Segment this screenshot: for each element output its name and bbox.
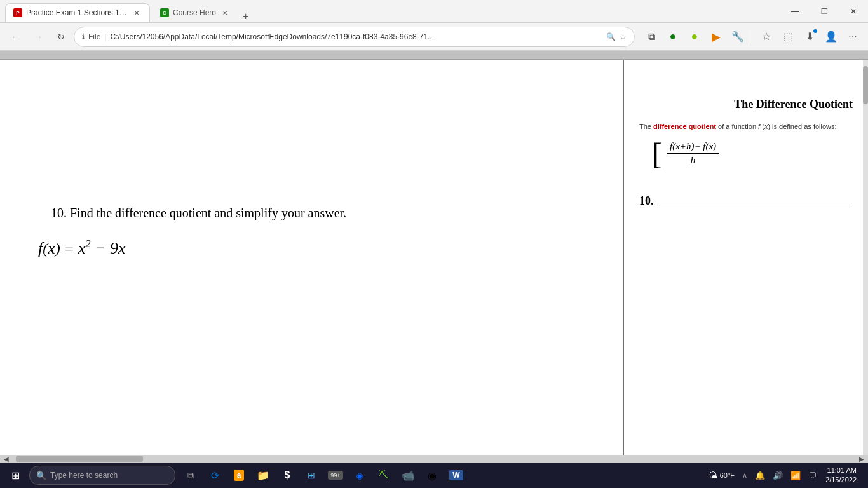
window-controls: — ❐ ✕ — [780, 0, 868, 23]
right-scrollbar[interactable] — [863, 60, 868, 463]
task-view-button[interactable]: ⧉ — [179, 464, 202, 487]
toolbar-extensions-1[interactable]: ● — [663, 27, 683, 47]
scrollbar-thumb — [863, 66, 868, 104]
maximize-button[interactable]: ❐ — [810, 0, 839, 23]
tab-pdf[interactable]: P Practice Exam 1 Sections 1.4-1.9 ✕ — [5, 3, 150, 22]
address-box[interactable]: ℹ File | C:/Users/12056/AppData/Local/Te… — [74, 27, 635, 47]
notification-icon[interactable]: 🔔 — [752, 470, 768, 482]
fraction-numerator: f(x+h)− f(x) — [667, 141, 719, 154]
highlight-text: difference quotient — [653, 123, 716, 130]
toolbar-collections2[interactable]: ⬚ — [778, 27, 798, 47]
clock-date: 2/15/2022 — [825, 475, 857, 485]
weather-text: 60°F — [720, 471, 735, 479]
toolbar-extensions-4[interactable]: 🔧 — [728, 27, 748, 47]
title-bar: P Practice Exam 1 Sections 1.4-1.9 ✕ C C… — [0, 0, 868, 23]
pdf-toolbar-strip — [0, 51, 868, 60]
pdf-page-right: The Difference Quotient The difference q… — [624, 60, 868, 463]
chrome-button[interactable]: ◉ — [421, 464, 444, 487]
teams-button[interactable]: 📹 — [397, 464, 419, 487]
tab-pdf-close[interactable]: ✕ — [132, 8, 142, 18]
toolbar-more[interactable]: ··· — [843, 27, 863, 47]
tab-ch-label: Course Hero — [173, 8, 216, 17]
ch-favicon: C — [160, 8, 169, 17]
refresh-button[interactable]: ↻ — [51, 27, 71, 47]
minecraft-button[interactable]: ⛏ — [372, 464, 395, 487]
pdf-favicon: P — [13, 8, 22, 17]
dropbox-button[interactable]: ◈ — [348, 464, 371, 487]
systray: 🌤 60°F ∧ 🔔 🔊 📶 🗨 11:01 AM 2/15/2022 — [701, 464, 865, 487]
action-center-icon[interactable]: 🗨 — [806, 470, 819, 482]
minimize-button[interactable]: — — [780, 0, 810, 23]
close-button[interactable]: ✕ — [839, 0, 868, 23]
clock-time: 11:01 AM — [825, 466, 857, 475]
clock[interactable]: 11:01 AM 2/15/2022 — [822, 464, 860, 487]
formula-display: [ f(x+h)− f(x) h — [652, 141, 853, 169]
question-text: 10. Find the difference quotient and sim… — [0, 206, 623, 220]
toolbar-collections[interactable]: ⧉ — [641, 27, 661, 47]
tab-bar: P Practice Exam 1 Sections 1.4-1.9 ✕ C C… — [0, 0, 780, 22]
sidebar-title: The Difference Quotient — [639, 98, 853, 111]
toolbar-extensions-2[interactable]: ● — [684, 27, 705, 47]
weather-indicator[interactable]: 🌤 60°F — [706, 469, 737, 482]
forward-button[interactable]: → — [28, 27, 48, 47]
search-placeholder: Type here to search — [50, 471, 118, 480]
tab-ch-close[interactable]: ✕ — [220, 8, 230, 18]
badge-app-button[interactable]: 99+ — [324, 464, 347, 487]
toolbar-icons: ⧉ ● ● ▶ 🔧 ☆ ⬚ ⬇ 👤 ··· — [641, 27, 863, 47]
tray-up-arrow[interactable]: ∧ — [740, 470, 750, 481]
toolbar-download[interactable]: ⬇ — [799, 27, 820, 47]
tab-coursehero[interactable]: C Course Hero ✕ — [153, 3, 238, 22]
new-tab-button[interactable]: + — [238, 11, 254, 22]
answer-line-row: 10. — [639, 194, 853, 208]
tab-pdf-label: Practice Exam 1 Sections 1.4-1.9 — [26, 8, 128, 17]
edge-button[interactable]: ⟳ — [203, 464, 226, 487]
sidebar-definition: The difference quotient of a function f … — [639, 121, 853, 132]
network-icon[interactable]: 📶 — [788, 470, 803, 482]
amazon-button[interactable]: a — [227, 464, 250, 487]
address-bar-row: ← → ↻ ℹ File | C:/Users/12056/AppData/Lo… — [0, 23, 868, 51]
search-icon: 🔍 — [36, 471, 46, 480]
toolbar-divider — [752, 30, 752, 43]
start-button[interactable]: ⊞ — [3, 464, 28, 487]
file-explorer-button[interactable]: 📁 — [252, 464, 275, 487]
taskbar-search[interactable]: 🔍 Type here to search — [29, 466, 175, 485]
answer-line[interactable] — [659, 194, 853, 207]
horizontal-scrollbar[interactable]: ◀ ▶ — [0, 455, 868, 463]
answer-label: 10. — [639, 194, 654, 208]
h-scrollbar-thumb[interactable] — [16, 456, 143, 462]
dq-fraction: f(x+h)− f(x) h — [667, 141, 719, 166]
question-container: 10. Find the difference quotient and sim… — [0, 206, 623, 261]
pdf-page-left: 10. Find the difference quotient and sim… — [0, 60, 623, 463]
back-button[interactable]: ← — [5, 27, 25, 47]
address-prefix: File — [88, 32, 100, 41]
word-button[interactable]: W — [445, 464, 468, 487]
toolbar-extensions-3[interactable]: ▶ — [706, 27, 726, 47]
left-bracket: [ — [652, 139, 662, 169]
pdf-viewport: 10. Find the difference quotient and sim… — [0, 51, 868, 463]
scroll-right-arrow[interactable]: ▶ — [855, 455, 868, 463]
dollar-app-button[interactable]: $ — [276, 464, 299, 487]
toolbar-profile[interactable]: 👤 — [821, 27, 841, 47]
grid-app-button[interactable]: ⊞ — [300, 464, 323, 487]
address-text: C:/Users/12056/AppData/Local/Temp/Micros… — [110, 32, 600, 41]
volume-icon[interactable]: 🔊 — [770, 470, 785, 482]
toolbar-favorites[interactable]: ☆ — [756, 27, 776, 47]
fraction-denominator: h — [688, 154, 698, 166]
taskbar: ⊞ 🔍 Type here to search ⧉ ⟳ a 📁 $ ⊞ 99+ … — [0, 463, 868, 488]
math-formula: f(x) = x2 − 9x — [38, 236, 623, 261]
scroll-left-arrow[interactable]: ◀ — [0, 455, 13, 463]
